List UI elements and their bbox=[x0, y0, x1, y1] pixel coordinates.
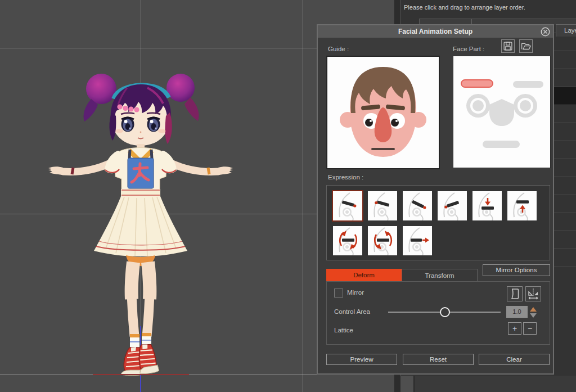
character[interactable] bbox=[48, 74, 233, 376]
face-part-left-eyebrow-selected[interactable] bbox=[461, 80, 493, 87]
face-part-nose[interactable] bbox=[489, 99, 514, 126]
clear-button[interactable]: Clear bbox=[479, 354, 550, 365]
tab-layer[interactable]: Layer bbox=[556, 24, 576, 37]
tab-transform[interactable]: Transform bbox=[402, 269, 478, 281]
mirror-options-button[interactable]: Mirror Options bbox=[483, 264, 550, 276]
bottom-panel-band bbox=[400, 376, 576, 392]
flip-horizontal-icon bbox=[526, 287, 541, 301]
bottom-panel-segment bbox=[400, 376, 415, 392]
open-folder-icon bbox=[520, 40, 532, 52]
dialog-title-bar[interactable]: Facial Animation Setup bbox=[318, 25, 553, 38]
expression-preset-brow-shift-right[interactable] bbox=[403, 226, 432, 255]
layer-order-hint: Please click and drag to arrange layer o… bbox=[404, 4, 525, 11]
expression-preset-brow-tilt-outer-up[interactable] bbox=[438, 191, 467, 220]
control-area-slider-handle[interactable] bbox=[440, 307, 450, 317]
page-deform-icon bbox=[507, 287, 522, 301]
face-part-right-eyebrow[interactable] bbox=[513, 81, 543, 88]
expression-preset-grid bbox=[326, 185, 550, 260]
preview-button[interactable]: Preview bbox=[326, 354, 397, 365]
load-face-part-button[interactable] bbox=[519, 39, 533, 53]
lattice-add-button[interactable]: + bbox=[508, 322, 521, 335]
reset-button[interactable]: Reset bbox=[403, 354, 474, 365]
close-icon[interactable] bbox=[541, 27, 550, 37]
free-deform-button[interactable] bbox=[507, 286, 523, 301]
face-part-right-eye[interactable] bbox=[514, 94, 537, 118]
face-part-preview bbox=[453, 56, 551, 168]
expression-preset-brow-rotate-ccw[interactable] bbox=[333, 226, 362, 255]
guide-label: Guide : bbox=[328, 46, 349, 52]
mirror-checkbox-label: Mirror bbox=[347, 289, 364, 296]
lattice-remove-button[interactable]: − bbox=[523, 322, 537, 335]
lattice-label: Lattice bbox=[334, 327, 353, 334]
spinner-up-arrow[interactable] bbox=[530, 307, 537, 312]
face-part-label: Face Part : bbox=[453, 46, 484, 52]
expression-preset-brow-press-down[interactable] bbox=[472, 191, 502, 220]
save-icon bbox=[502, 40, 514, 52]
expression-preset-brow-tilt-outer-down-steep[interactable] bbox=[403, 191, 432, 220]
control-area-value-field[interactable]: 1.0 bbox=[506, 306, 528, 318]
guide-preview bbox=[326, 56, 440, 169]
save-face-part-button[interactable] bbox=[501, 39, 515, 53]
expression-preset-brow-rotate-cw[interactable] bbox=[368, 226, 397, 255]
expression-preset-brow-push-up[interactable] bbox=[507, 191, 537, 220]
dialog-title: Facial Animation Setup bbox=[398, 28, 472, 35]
guide-face-image bbox=[327, 57, 439, 168]
flip-horizontal-button[interactable] bbox=[525, 286, 541, 301]
expression-preset-brow-tilt-inner-down[interactable] bbox=[368, 191, 397, 220]
x-axis-line bbox=[93, 374, 189, 375]
expression-preset-brow-tilt-outer-down[interactable] bbox=[333, 191, 362, 220]
control-area-label: Control Area bbox=[334, 308, 370, 315]
face-part-left-eye[interactable] bbox=[466, 94, 490, 118]
expression-label: Expression : bbox=[328, 174, 363, 181]
spinner-down-arrow[interactable] bbox=[530, 313, 537, 318]
mirror-checkbox[interactable] bbox=[334, 289, 343, 298]
app-screen: Please click and drag to arrange layer o… bbox=[0, 0, 576, 392]
facial-animation-setup-dialog: Facial Animation Setup Guide : F bbox=[317, 24, 554, 375]
face-part-mouth[interactable] bbox=[483, 141, 520, 148]
tab-deform[interactable]: Deform bbox=[326, 269, 402, 281]
